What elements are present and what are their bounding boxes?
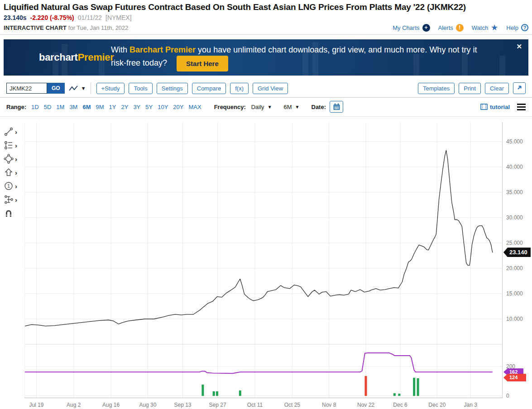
x-axis-tick-label: Nov 22 bbox=[351, 402, 380, 408]
plus-circle-icon[interactable]: + bbox=[422, 24, 430, 32]
alert-exclamation-icon[interactable]: ! bbox=[456, 24, 464, 32]
toolbar-button-tools[interactable]: Tools bbox=[129, 83, 152, 94]
interactive-chart-label: INTERACTIVE CHART for Tue, Jan 11th, 202… bbox=[4, 24, 129, 31]
fibonacci-tool-button[interactable]: › bbox=[4, 138, 24, 152]
symbol-input[interactable] bbox=[6, 83, 47, 94]
menu-icon[interactable] bbox=[517, 104, 526, 110]
range-list: 1D5D1M3M6M9M1Y2Y3Y5Y10Y20YMAX bbox=[26, 104, 201, 110]
my-charts-link[interactable]: My Charts + bbox=[393, 24, 430, 32]
period-select[interactable]: 6M ▼ bbox=[284, 104, 300, 110]
x-axis-tick-label: Jul 19 bbox=[22, 402, 51, 408]
range-option-5y[interactable]: 5Y bbox=[145, 104, 153, 110]
exchange-label: [NYMEX] bbox=[105, 14, 132, 21]
chevron-right-icon: › bbox=[15, 196, 17, 203]
go-button[interactable]: GO bbox=[47, 83, 65, 94]
range-option-6m[interactable]: 6M bbox=[82, 104, 91, 110]
drawing-tools: › › › › 1 › › bbox=[4, 125, 24, 220]
banner-text-before: With bbox=[111, 45, 127, 54]
range-option-max[interactable]: MAX bbox=[188, 104, 201, 110]
banner-close-icon[interactable]: ✕ bbox=[516, 43, 522, 51]
arrow-up-icon bbox=[4, 167, 14, 177]
y-axis-tick-label: 45.000 bbox=[506, 138, 523, 145]
measure-tool-button[interactable]: › bbox=[4, 193, 24, 206]
banner-text-line2: risk-free today? bbox=[111, 58, 167, 67]
number-annotation-tool-button[interactable]: 1 › bbox=[4, 179, 24, 193]
shapes-tool-button[interactable]: › bbox=[4, 152, 24, 166]
range-option-1y[interactable]: 1Y bbox=[109, 104, 116, 110]
trendline-icon bbox=[4, 127, 14, 137]
y-axis-tick-label: 10.000 bbox=[506, 316, 523, 322]
range-option-20y[interactable]: 20Y bbox=[173, 104, 183, 110]
last-price-tag: 23.140 bbox=[503, 247, 531, 257]
question-icon[interactable]: ? bbox=[521, 24, 528, 31]
price-chart-plot[interactable] bbox=[24, 117, 503, 398]
chevron-right-icon: › bbox=[15, 169, 17, 176]
range-option-1m[interactable]: 1M bbox=[56, 104, 64, 110]
star-icon[interactable]: ★ bbox=[491, 24, 498, 32]
tutorial-link[interactable]: tutorial bbox=[480, 104, 510, 110]
toolbar-button-print[interactable]: Print bbox=[459, 83, 481, 94]
arrow-annotation-tool-button[interactable]: › bbox=[4, 166, 24, 179]
toolbar-button--study[interactable]: +Study bbox=[96, 83, 125, 94]
svg-text:1: 1 bbox=[7, 183, 10, 189]
y-axis-tick-label: 25.000 bbox=[506, 240, 523, 246]
range-label: Range: bbox=[6, 104, 26, 110]
last-price: 23.140s bbox=[4, 14, 27, 21]
start-here-button[interactable]: Start Here bbox=[177, 56, 228, 71]
x-axis-tick-label: Oct 11 bbox=[240, 402, 269, 408]
range-option-3m[interactable]: 3M bbox=[69, 104, 77, 110]
y-axis-tick-label: 30.000 bbox=[506, 214, 523, 221]
toolbar-button-compare[interactable]: Compare bbox=[192, 83, 226, 94]
range-option-1d[interactable]: 1D bbox=[31, 104, 39, 110]
range-bar: Range: 1D5D1M3M6M9M1Y2Y3Y5Y10Y20YMAX Fre… bbox=[0, 98, 532, 117]
toolbar-button-templates[interactable]: Templates bbox=[418, 83, 455, 94]
circled-one-icon: 1 bbox=[4, 181, 14, 191]
frequency-select[interactable]: Daily ▼ bbox=[251, 104, 272, 110]
barchart-interactive-chart-page: Liquified Natural Gas Swap Futures Contr… bbox=[0, 0, 532, 409]
period-value: 6M bbox=[284, 104, 292, 110]
chevron-right-icon: › bbox=[15, 183, 17, 190]
banner-text: With Barchart Premier you have unlimited… bbox=[111, 44, 477, 71]
range-option-9m[interactable]: 9M bbox=[96, 104, 104, 110]
toolbar-button-clear[interactable]: Clear bbox=[485, 83, 509, 94]
chart-toolbar: GO ▼ +StudyToolsSettingsComparef(x)Grid … bbox=[0, 79, 532, 98]
chevron-down-icon: ▼ bbox=[295, 105, 300, 109]
volume-bar bbox=[417, 378, 419, 396]
volume-bar bbox=[398, 394, 400, 396]
expand-arrow-icon bbox=[516, 85, 522, 91]
toolbar-button-grid-view[interactable]: Grid View bbox=[253, 83, 288, 94]
banner-decoration bbox=[499, 56, 505, 76]
header-links: My Charts + Alerts ! Watch ★ Help ? bbox=[393, 24, 528, 32]
chevron-right-icon: › bbox=[15, 156, 17, 162]
date-picker-button[interactable] bbox=[330, 101, 343, 113]
trendline-tool-button[interactable]: › bbox=[4, 125, 24, 138]
x-axis-tick-label: Aug 2 bbox=[59, 402, 88, 408]
toolbar-divider bbox=[91, 82, 91, 94]
x-axis-tick-label: Oct 25 bbox=[278, 402, 307, 408]
range-option-3y[interactable]: 3Y bbox=[133, 104, 140, 110]
tutorial-label: tutorial bbox=[490, 104, 510, 110]
magnet-tool-button[interactable] bbox=[4, 206, 24, 220]
toolbar-button-settings[interactable]: Settings bbox=[157, 83, 188, 94]
range-option-5d[interactable]: 5D bbox=[44, 104, 52, 110]
y-axis-tick-label: 40.000 bbox=[506, 164, 523, 170]
y-axis-tick-label: 20.000 bbox=[506, 265, 523, 271]
tutorial-video-icon bbox=[480, 104, 488, 110]
alerts-link[interactable]: Alerts ! bbox=[438, 24, 464, 32]
volume-bar bbox=[201, 385, 204, 396]
toolbar-button-f-x-[interactable]: f(x) bbox=[230, 83, 249, 94]
line-style-selector[interactable]: ▼ bbox=[68, 85, 86, 92]
x-axis-tick-label: Jan 3 bbox=[456, 402, 485, 408]
watch-link[interactable]: Watch ★ bbox=[472, 24, 498, 32]
chevron-down-icon: ▼ bbox=[81, 86, 86, 91]
range-option-2y[interactable]: 2Y bbox=[121, 104, 128, 110]
x-axis-tick-label: Nov 8 bbox=[315, 402, 344, 408]
magnet-icon bbox=[4, 208, 14, 218]
expand-chart-button[interactable] bbox=[513, 82, 526, 94]
my-charts-label: My Charts bbox=[393, 24, 419, 31]
price-line bbox=[25, 150, 493, 326]
help-link[interactable]: Help ? bbox=[506, 24, 528, 31]
range-option-10y[interactable]: 10Y bbox=[158, 104, 168, 110]
volume-bar bbox=[239, 390, 241, 396]
y-axis-tick-label: 15.000 bbox=[506, 290, 523, 297]
